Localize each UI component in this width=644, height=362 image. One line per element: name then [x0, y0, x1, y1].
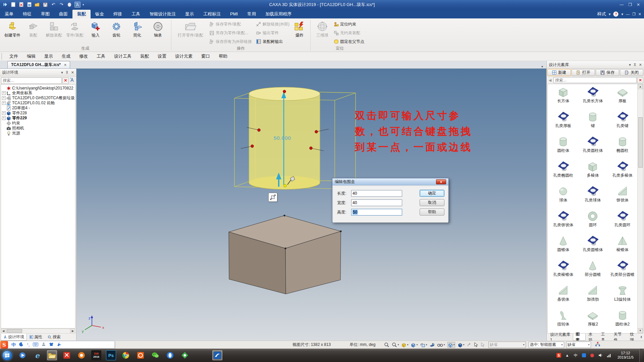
ime-moon-icon[interactable]: [19, 342, 23, 348]
tab-library1[interactable]: 设计元素库1: [547, 334, 573, 341]
sogou-logo-icon[interactable]: S: [0, 341, 8, 349]
document-tab[interactable]: TCA12DFL0 GH...圾车.ics* ×: [7, 61, 70, 68]
library-item[interactable]: 厚板: [608, 86, 637, 111]
tab-welding[interactable]: 焊接: [109, 10, 127, 18]
pan-view-icon[interactable]: ▾: [420, 342, 427, 348]
dimension-label[interactable]: 50.000: [274, 135, 291, 141]
library-item[interactable]: 长方体: [548, 86, 578, 111]
tree-item-light[interactable]: 光源: [1, 131, 75, 136]
tab-sketch[interactable]: 草图: [36, 10, 54, 18]
new-part-view-icon[interactable]: ▾: [401, 342, 408, 348]
ime-user-icon[interactable]: [42, 342, 46, 347]
scroll-right-icon[interactable]: ▶: [70, 329, 75, 333]
close-file-icon[interactable]: [18, 2, 24, 8]
restore-button[interactable]: ❐: [628, 2, 632, 7]
library-item[interactable]: 圆柱体: [548, 136, 578, 161]
help-icon[interactable]: ?: [613, 11, 619, 17]
library-item[interactable]: 孔类部分圆锥: [608, 260, 637, 285]
start-button[interactable]: [2, 350, 12, 361]
library-item[interactable]: 孔类长方体: [578, 86, 607, 111]
library-new-button[interactable]: 新建: [547, 69, 571, 76]
dialog-title-bar[interactable]: 编辑包围盒 x: [332, 178, 448, 185]
dialog-close-button[interactable]: x: [436, 179, 446, 184]
menu-help[interactable]: 帮助: [215, 53, 231, 59]
default-config-dropdown[interactable]: 缺省▾: [566, 342, 591, 348]
ime-keyboard-icon[interactable]: [33, 343, 38, 347]
tree-item-sketch[interactable]: 2D草图4 -: [1, 106, 75, 111]
ime-skin-icon[interactable]: [49, 342, 54, 347]
gear-button[interactable]: 齿轮: [107, 20, 126, 39]
tab-display[interactable]: 显示: [180, 10, 199, 18]
taskbar-photoshop-icon[interactable]: Ps: [106, 350, 116, 360]
select-cursor-icon[interactable]: [474, 342, 478, 347]
assembly-tree-export-button[interactable]: 装配树输出: [255, 38, 291, 45]
library-tabs-overflow-icon[interactable]: ⇟: [640, 335, 643, 339]
redo-view-icon[interactable]: [467, 343, 472, 347]
library-pin-icon[interactable]: ⊼: [634, 63, 636, 67]
tree-item-assembly-2[interactable]: + TCA12DFL0.01.02 前舱: [1, 101, 75, 106]
remove-external-link-button[interactable]: 解除链接(外部): [255, 20, 291, 28]
library-item[interactable]: 部分圆锥: [578, 260, 607, 285]
ime-wrench-icon[interactable]: [57, 342, 61, 348]
library-item[interactable]: 圆环: [578, 210, 607, 235]
menu-file[interactable]: 文件: [5, 53, 22, 59]
tray-volume-icon[interactable]: [598, 353, 603, 358]
cancel-button[interactable]: 取消: [420, 199, 444, 206]
create-part-button[interactable]: 创建零件: [3, 20, 22, 39]
tab-design-environment[interactable]: 设计环境: [1, 334, 27, 341]
menu-design-tools[interactable]: 设计工具: [110, 53, 136, 59]
filter-icon[interactable]: [69, 77, 75, 84]
ok-button[interactable]: 确定: [420, 190, 444, 197]
select-cursor2-icon[interactable]: [481, 342, 485, 347]
document-tab-overflow-icon[interactable]: ▾: [541, 65, 543, 68]
panel-pin-icon[interactable]: ⊼: [66, 70, 68, 75]
app-logo-icon[interactable]: [2, 2, 8, 8]
tab-tools-lib[interactable]: 工具: [598, 334, 611, 341]
undo-icon[interactable]: ↶: [50, 2, 56, 8]
display-mode-icon[interactable]: ▾: [411, 342, 418, 348]
properties-file-icon[interactable]: [26, 2, 32, 8]
library-item[interactable]: 孔类椭圆柱: [548, 161, 578, 185]
export-part-button[interactable]: 输出零件: [255, 29, 291, 37]
panel-close-icon[interactable]: ✕: [71, 70, 74, 75]
taskbar-explorer-icon[interactable]: [47, 350, 57, 360]
render-mode-icon[interactable]: [429, 342, 435, 348]
menu-settings[interactable]: 设置: [154, 53, 170, 59]
taskbar-media-player-icon[interactable]: [17, 350, 28, 360]
tray-red-dot-icon[interactable]: [590, 353, 595, 358]
library-close-icon[interactable]: ✕: [639, 63, 642, 67]
library-item[interactable]: 孔类棱锥体: [548, 260, 578, 285]
library-item[interactable]: 加强肋: [578, 285, 607, 309]
taskbar-caxa-icon[interactable]: [212, 350, 222, 360]
document-tab-close-icon[interactable]: ×: [64, 63, 66, 67]
library-vertical-scrollbar[interactable]: ▲ ▼: [637, 84, 643, 333]
bounding-box-tool-button[interactable]: [268, 193, 277, 202]
library-item[interactable]: 键: [578, 111, 607, 136]
library-item[interactable]: 孔类饼状体: [548, 210, 578, 235]
library-save-button[interactable]: 保存: [596, 69, 619, 76]
library-item[interactable]: 孔类厚板: [548, 111, 578, 136]
tree-item-part-229[interactable]: + 零件229: [1, 116, 75, 121]
width-input[interactable]: [351, 199, 402, 206]
menu-edit[interactable]: 编辑: [23, 53, 40, 59]
view-direction-icon[interactable]: ▾: [437, 343, 445, 347]
library-item[interactable]: 孔类圆柱体: [578, 136, 607, 161]
library-item[interactable]: 圆柱体2: [608, 309, 637, 334]
tab-tools[interactable]: 工具: [127, 10, 145, 18]
menu-generate[interactable]: 生成: [58, 53, 74, 59]
tab-feature[interactable]: 特征: [18, 10, 36, 18]
help-button[interactable]: 帮助: [420, 208, 444, 216]
render-icon[interactable]: [66, 2, 72, 8]
tab-sheetmetal[interactable]: 钣金: [91, 10, 109, 18]
taskbar-wechat-icon[interactable]: [150, 350, 160, 360]
library-item[interactable]: 条状体: [548, 285, 578, 309]
triball-button[interactable]: 三维球: [314, 20, 331, 39]
library-search-input[interactable]: [553, 77, 637, 83]
scroll-down-icon[interactable]: ▼: [638, 328, 643, 333]
taskbar-opera-blue-icon[interactable]: [165, 350, 175, 360]
tray-blue-app-icon[interactable]: [581, 353, 587, 358]
zoom-in-icon[interactable]: [384, 342, 389, 348]
expand-icon[interactable]: +: [2, 91, 6, 95]
tab-pmi[interactable]: PMI: [225, 10, 243, 18]
qat-dropdown-icon[interactable]: ▾: [83, 3, 84, 6]
